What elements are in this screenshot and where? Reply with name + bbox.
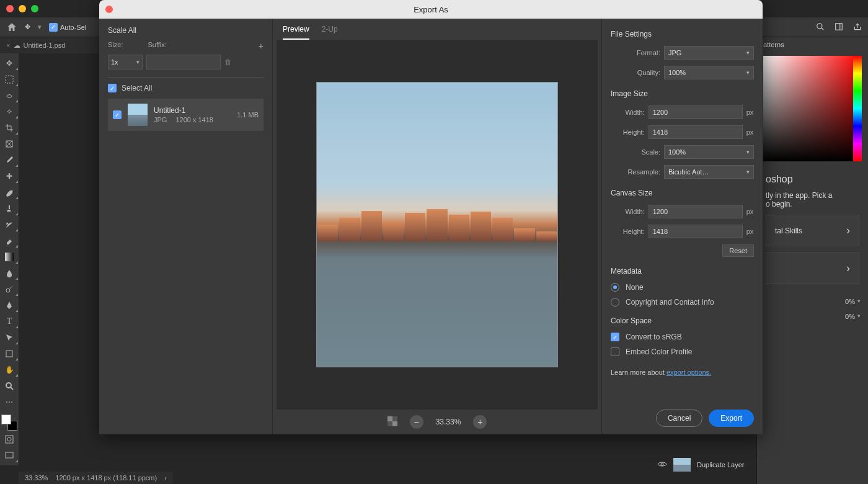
share-icon[interactable] xyxy=(853,22,862,32)
svg-rect-19 xyxy=(392,421,397,426)
color-picker-panel[interactable] xyxy=(763,56,862,161)
reset-button[interactable]: Reset xyxy=(722,244,754,257)
dialog-close-icon[interactable] xyxy=(105,6,113,13)
tab-2up[interactable]: 2-Up xyxy=(322,25,338,40)
metadata-copyright-radio[interactable] xyxy=(611,298,619,307)
metadata-none-radio[interactable] xyxy=(611,283,619,292)
shape-tool[interactable] xyxy=(0,346,19,361)
checkerboard-icon[interactable] xyxy=(388,416,397,428)
svg-rect-15 xyxy=(6,452,13,458)
tool-palette: ✥ ✧ ✚ T ✋ ⋯ xyxy=(0,53,19,465)
resample-label: Resample: xyxy=(611,168,660,176)
preview-zoom-value[interactable]: 33.33% xyxy=(436,418,461,426)
healing-tool[interactable]: ✚ xyxy=(0,169,19,184)
document-tab-name[interactable]: Untitled-1.psd xyxy=(23,42,65,49)
convert-srgb-checkbox[interactable]: ✓ xyxy=(611,333,619,341)
export-options-link[interactable]: export options. xyxy=(666,369,711,376)
hand-tool[interactable]: ✋ xyxy=(0,362,19,377)
svg-rect-4 xyxy=(6,76,13,83)
svg-point-9 xyxy=(6,289,10,292)
mac-window-controls[interactable] xyxy=(0,1,45,16)
tab-patterns[interactable]: atterns xyxy=(763,41,784,48)
format-select[interactable]: JPG▾ xyxy=(664,46,754,60)
status-chevron-icon[interactable]: › xyxy=(164,474,167,482)
window-minimize-icon[interactable] xyxy=(19,5,26,12)
layer-row[interactable]: Duplicate Layer xyxy=(657,458,862,472)
tab-preview[interactable]: Preview xyxy=(283,25,309,40)
stamp-tool[interactable] xyxy=(0,201,19,216)
history-brush-tool[interactable] xyxy=(0,217,19,232)
autoselect-checkbox[interactable]: ✓ xyxy=(49,23,58,32)
path-select-tool[interactable] xyxy=(0,330,19,345)
window-zoom-icon[interactable] xyxy=(31,5,38,12)
zoom-in-icon[interactable]: + xyxy=(473,415,487,429)
preview-canvas[interactable] xyxy=(277,40,598,410)
height-input[interactable] xyxy=(649,125,743,139)
wand-tool[interactable]: ✧ xyxy=(0,104,19,119)
dialog-titlebar[interactable]: Export As xyxy=(99,0,763,19)
resample-select[interactable]: Bicubic Aut…▾ xyxy=(664,165,754,179)
lasso-tool[interactable] xyxy=(0,88,19,103)
embed-profile-checkbox[interactable] xyxy=(611,347,619,356)
size-label: Size: xyxy=(108,41,123,51)
metadata-heading: Metadata xyxy=(611,267,754,276)
width-input[interactable] xyxy=(649,105,743,119)
tab-close-icon[interactable]: × xyxy=(6,42,10,49)
panel-tabs[interactable]: atterns xyxy=(757,37,868,52)
asset-thumbnail xyxy=(128,104,148,126)
search-icon[interactable] xyxy=(816,22,825,32)
dodge-tool[interactable] xyxy=(0,282,19,297)
layer-name[interactable]: Duplicate Layer xyxy=(697,461,744,468)
quickmask-tool[interactable] xyxy=(0,432,19,447)
select-all-checkbox[interactable]: ✓ xyxy=(108,84,117,92)
brush-tool[interactable] xyxy=(0,185,19,200)
eraser-tool[interactable] xyxy=(0,233,19,248)
gradient-tool[interactable] xyxy=(0,249,19,264)
asset-format: JPG xyxy=(154,116,167,123)
add-scale-icon[interactable]: + xyxy=(259,41,264,51)
status-docinfo[interactable]: 1200 px x 1418 px (118.11 ppcm) xyxy=(55,474,157,482)
edit-toolbar[interactable]: ⋯ xyxy=(0,395,19,410)
workspace-icon[interactable] xyxy=(835,22,843,32)
crop-tool[interactable] xyxy=(0,120,19,135)
eyedropper-tool[interactable] xyxy=(0,153,19,168)
fill-value[interactable]: 0% xyxy=(845,313,855,320)
color-swatches[interactable] xyxy=(1,415,17,431)
visibility-icon[interactable] xyxy=(657,460,667,469)
svg-line-12 xyxy=(11,387,13,390)
cancel-button[interactable]: Cancel xyxy=(656,410,702,427)
opacity-value[interactable]: 0% xyxy=(845,298,855,305)
scale-size-select[interactable]: 1x▾ xyxy=(108,55,143,69)
status-zoom[interactable]: 33.33% xyxy=(25,474,48,482)
svg-point-16 xyxy=(661,463,663,465)
learn-card[interactable]: › xyxy=(766,253,859,284)
px-unit: px xyxy=(746,228,754,235)
home-icon[interactable] xyxy=(6,22,17,33)
marquee-tool[interactable] xyxy=(0,72,19,87)
foreground-color-swatch[interactable] xyxy=(1,415,11,424)
move-tool-icon[interactable]: ✥ xyxy=(25,23,30,31)
asset-checkbox[interactable]: ✓ xyxy=(113,110,122,119)
quality-select[interactable]: 100%▾ xyxy=(664,66,754,79)
pen-tool[interactable] xyxy=(0,298,19,313)
zoom-tool[interactable] xyxy=(0,379,19,393)
screenmode-tool[interactable] xyxy=(0,448,19,463)
type-tool[interactable]: T xyxy=(0,314,19,329)
frame-tool[interactable] xyxy=(0,137,19,151)
learn-card[interactable]: tal Skills› xyxy=(766,215,859,246)
delete-scale-icon[interactable]: 🗑 xyxy=(224,58,232,66)
scale-select[interactable]: 100%▾ xyxy=(664,145,754,159)
zoom-out-icon[interactable]: − xyxy=(410,415,423,429)
canvas-width-input[interactable] xyxy=(649,205,743,218)
canvas-height-input[interactable] xyxy=(649,225,743,238)
layer-thumbnail[interactable] xyxy=(673,458,691,472)
move-tool[interactable]: ✥ xyxy=(0,56,19,71)
window-close-icon[interactable] xyxy=(6,5,14,12)
blur-tool[interactable] xyxy=(0,266,19,280)
suffix-input[interactable] xyxy=(146,55,221,69)
export-button[interactable]: Export xyxy=(709,410,754,427)
learn-text: tly in the app. Pick a xyxy=(766,191,859,200)
hue-slider[interactable] xyxy=(853,56,862,161)
asset-row[interactable]: ✓ Untitled-1 JPG 1200 x 1418 1.1 MB xyxy=(108,99,264,131)
scale-label: Scale: xyxy=(611,148,660,156)
